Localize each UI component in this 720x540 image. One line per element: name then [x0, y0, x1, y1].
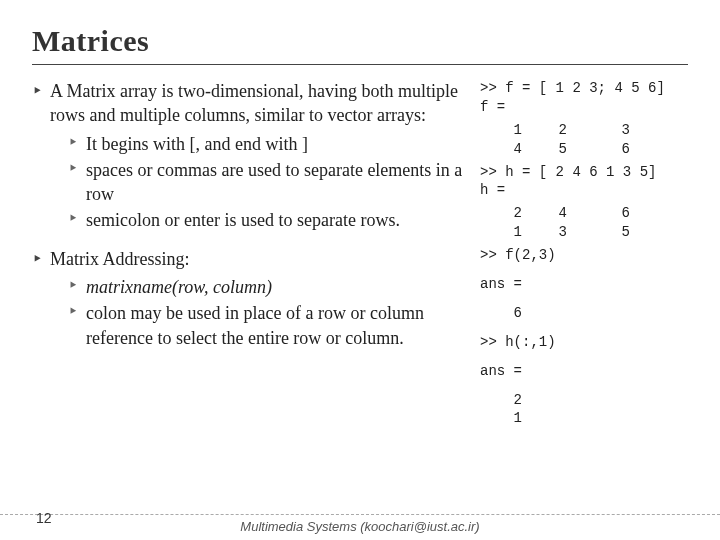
body-text: A Matrix array is two-dimensional, havin…	[32, 79, 472, 428]
code-line: >> f = [ 1 2 3; 4 5 6]	[480, 79, 682, 98]
matrix-cell: 1	[480, 223, 540, 242]
code-line: ans =	[480, 362, 682, 381]
bullet-list: A Matrix array is two-dimensional, havin…	[32, 79, 472, 358]
footer-text: Multimedia Systems (koochari@iust.ac.ir)	[240, 519, 479, 534]
content-row: A Matrix array is two-dimensional, havin…	[32, 79, 688, 428]
matrix-cell: 4	[480, 140, 540, 159]
matrix-cell: 2	[480, 204, 540, 223]
ans-value: 6	[480, 304, 540, 323]
sub-bullet-list: matrixname(row, column) colon may be use…	[50, 271, 472, 358]
matrix-cell: 3	[540, 223, 585, 242]
ans-row: 6	[480, 304, 682, 323]
bullet-text: Matrix Addressing:	[50, 249, 190, 269]
ans-row: 2	[480, 391, 682, 410]
bullet-text: A Matrix array is two-dimensional, havin…	[50, 81, 458, 125]
footer: 12 Multimedia Systems (koochari@iust.ac.…	[0, 514, 720, 534]
bullet-item: Matrix Addressing: matrixname(row, colum…	[32, 247, 472, 358]
ans-value: 2	[480, 391, 540, 410]
matrix-cell: 6	[585, 140, 630, 159]
code-panel: >> f = [ 1 2 3; 4 5 6] f = 1 2 3 4 5 6 >…	[472, 79, 682, 428]
sub-bullet-text: It begins with [, and end with ]	[86, 134, 308, 154]
bullet-item: A Matrix array is two-dimensional, havin…	[32, 79, 472, 241]
matrix-row: 1 3 5	[480, 223, 682, 242]
page-number: 12	[36, 510, 52, 526]
sub-bullet-list: It begins with [, and end with ] spaces …	[50, 128, 472, 241]
matrix-row: 4 5 6	[480, 140, 682, 159]
code-line: >> f(2,3)	[480, 246, 682, 265]
sub-bullet-item: semicolon or enter is used to separate r…	[68, 208, 472, 232]
matrix-row: 1 2 3	[480, 121, 682, 140]
code-line: f =	[480, 98, 682, 117]
code-line: ans =	[480, 275, 682, 294]
sub-bullet-text: semicolon or enter is used to separate r…	[86, 210, 400, 230]
matrix-cell: 4	[540, 204, 585, 223]
sub-bullet-item: spaces or commas are used to separate el…	[68, 158, 472, 207]
page-title: Matrices	[32, 24, 688, 65]
sub-bullet-item: It begins with [, and end with ]	[68, 132, 472, 156]
matrix-cell: 5	[585, 223, 630, 242]
code-line: >> h(:,1)	[480, 333, 682, 352]
sub-bullet-text: spaces or commas are used to separate el…	[86, 160, 462, 204]
matrix-row: 2 4 6	[480, 204, 682, 223]
ans-value: 1	[480, 409, 540, 428]
matrix-cell: 3	[585, 121, 630, 140]
code-line: h =	[480, 181, 682, 200]
matrix-cell: 6	[585, 204, 630, 223]
slide: Matrices A Matrix array is two-dimension…	[0, 0, 720, 540]
sub-bullet-text: matrixname(row, column)	[86, 277, 272, 297]
ans-row: 1	[480, 409, 682, 428]
sub-bullet-text: colon may be used in place of a row or c…	[86, 303, 424, 347]
code-line: >> h = [ 2 4 6 1 3 5]	[480, 163, 682, 182]
sub-bullet-item: matrixname(row, column)	[68, 275, 472, 299]
matrix-cell: 1	[480, 121, 540, 140]
matrix-cell: 5	[540, 140, 585, 159]
sub-bullet-item: colon may be used in place of a row or c…	[68, 301, 472, 350]
matrix-cell: 2	[540, 121, 585, 140]
